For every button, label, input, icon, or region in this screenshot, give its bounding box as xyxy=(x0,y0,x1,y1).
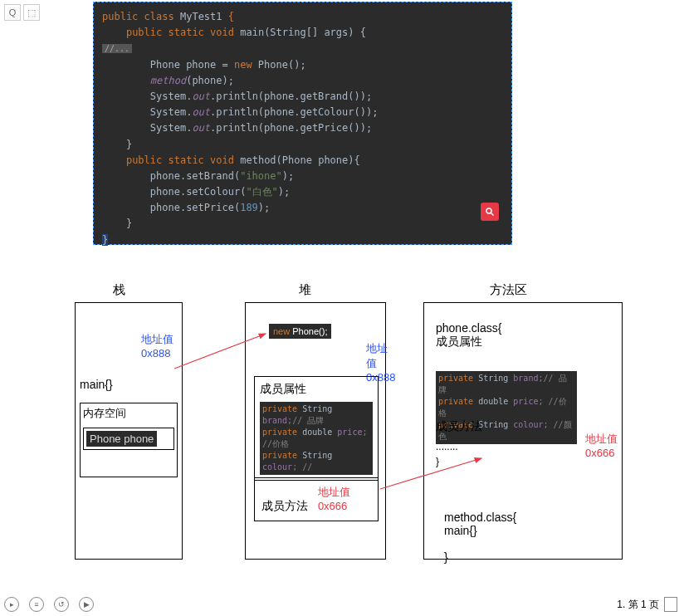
method-name: method xyxy=(240,154,276,166)
code: .println(phone.getPrice()); xyxy=(210,122,372,134)
video-icon[interactable]: ▸ xyxy=(4,597,19,612)
params: (String[] args) { xyxy=(264,27,366,38)
method-address-red: 地址值0x666 xyxy=(318,485,350,512)
code: (phone); xyxy=(186,75,234,86)
svg-line-1 xyxy=(491,213,494,216)
string: "ihone" xyxy=(240,170,282,182)
brace: } xyxy=(102,216,503,232)
class-name: MyTest1 xyxy=(180,11,222,22)
bottom-toolbar: ▸ ≡ ↺ ▶ xyxy=(4,597,94,612)
tool-button-1[interactable]: Q xyxy=(4,4,21,21)
phone-variable-box: Phone phone xyxy=(83,428,174,450)
kw: public xyxy=(126,154,162,166)
history-icon[interactable]: ↺ xyxy=(54,597,69,612)
memory-diagram: 栈 main{} 内存空间 Phone phone 地址值0x888 堆 new… xyxy=(0,274,684,589)
fold-marker[interactable]: //... xyxy=(102,44,132,53)
methodarea-method-label: 成员方法 xyxy=(436,419,482,434)
member-method-label: 成员方法 xyxy=(261,499,308,512)
code: System. xyxy=(102,90,192,102)
method-class-decl: method.class{ main{} } xyxy=(444,511,516,564)
params: (Phone phone){ xyxy=(276,154,360,166)
close-brace: } xyxy=(436,456,439,467)
list-icon[interactable]: ≡ xyxy=(29,597,44,612)
svg-point-0 xyxy=(486,208,491,213)
code: ); xyxy=(258,202,270,213)
out: out xyxy=(192,90,210,102)
kw: void xyxy=(210,27,234,38)
kw: void xyxy=(210,154,234,166)
methodarea-title: 方法区 xyxy=(490,282,527,298)
kw: public xyxy=(126,27,162,38)
stack-address: 地址值0x888 xyxy=(141,332,173,359)
phone-variable: Phone phone xyxy=(86,431,157,447)
page-indicator: 1. 第 1 页 xyxy=(617,597,677,612)
method-name: main xyxy=(240,27,264,38)
code: phone.setColour( xyxy=(102,186,246,198)
kw-new: new xyxy=(234,59,252,71)
heap-title: 堆 xyxy=(299,282,311,298)
code: System. xyxy=(102,122,192,134)
code: System. xyxy=(102,106,192,118)
member-attr-box: 成员属性 private String brand;// 品牌 private … xyxy=(254,376,379,481)
code: ); xyxy=(278,186,290,198)
search-icon[interactable] xyxy=(481,203,499,221)
attr-fields: private String brand;// 品牌 private doubl… xyxy=(260,402,373,475)
methodarea-box: phone.class{ 成员属性 private String brand;/… xyxy=(423,302,623,560)
kw: static xyxy=(169,154,204,166)
code: Phone phone = xyxy=(102,59,234,71)
mem-space-label: 内存空间 xyxy=(83,407,126,419)
phone-class-decl: phone.class{ 成员属性 xyxy=(436,321,501,350)
code: ); xyxy=(282,170,294,182)
stack-title: 栈 xyxy=(113,282,125,298)
string: "白色" xyxy=(246,186,277,198)
new-phone-instance: new Phone(); xyxy=(269,324,331,339)
tool-button-2[interactable]: ⬚ xyxy=(23,4,40,21)
out: out xyxy=(192,122,210,134)
code: .println(phone.getBrand()); xyxy=(210,90,372,102)
brace: } xyxy=(102,137,503,153)
memory-space-box: 内存空间 Phone phone xyxy=(80,403,178,477)
member-method-box: 成员方法 地址值0x666 xyxy=(254,477,379,521)
code-editor[interactable]: public class MyTest1 { public static voi… xyxy=(93,2,512,245)
code: phone.setBrand( xyxy=(102,170,240,182)
top-toolbar: Q ⬚ xyxy=(4,4,40,21)
dots: ........ xyxy=(436,441,458,452)
code: .println(phone.getColour()); xyxy=(210,106,378,118)
play-icon[interactable]: ▶ xyxy=(79,597,94,612)
code: phone.setPrice( xyxy=(102,202,240,213)
number: 189 xyxy=(240,202,258,213)
brace-selected: } xyxy=(102,234,108,246)
page-icon[interactable] xyxy=(664,597,677,612)
main-frame-label: main{} xyxy=(80,378,113,391)
heap-box: new Phone(); 地址值0x888 成员属性 private Strin… xyxy=(245,302,386,560)
kw: static xyxy=(169,27,204,38)
brace: { xyxy=(228,11,234,22)
method-call: method xyxy=(102,75,186,86)
member-attr-title: 成员属性 xyxy=(260,382,373,397)
page-label: 1. 第 1 页 xyxy=(617,598,659,612)
kw-public: public xyxy=(102,11,138,22)
code: Phone(); xyxy=(252,59,306,71)
kw-class: class xyxy=(144,11,174,22)
methodarea-address-red: 地址值0x666 xyxy=(585,432,618,459)
out: out xyxy=(192,106,210,118)
